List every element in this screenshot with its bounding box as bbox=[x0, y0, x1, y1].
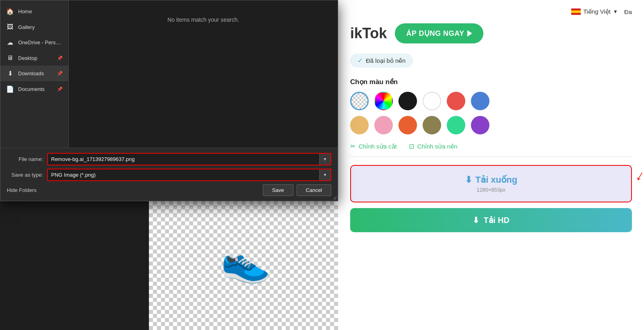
apply-now-button[interactable]: ÁP DỤNG NGAY bbox=[395, 23, 483, 43]
chevron-down-icon: ▼ bbox=[613, 9, 618, 14]
red-arrow-icon: ↓ bbox=[633, 166, 644, 184]
shoe-image: 👟 bbox=[221, 238, 271, 285]
sidebar-item-label: OneDrive - Pers… bbox=[18, 39, 61, 45]
download-hd-button[interactable]: ⬇ Tải HD bbox=[350, 208, 632, 232]
language-selector[interactable]: Tiếng Việt ▼ bbox=[571, 8, 618, 15]
color-row-2 bbox=[350, 116, 632, 134]
pin-icon-documents: 📌 bbox=[57, 87, 63, 92]
brand-area: ikTok ÁP DỤNG NGAY bbox=[350, 23, 632, 43]
download-icon: ⬇ bbox=[465, 175, 472, 185]
save-file-dialog: 🏠 Home 🖼 Gallery ☁ OneDrive - Pers… 🖥 De… bbox=[0, 0, 338, 201]
svg-line-1 bbox=[335, 198, 336, 200]
file-name-label: File name: bbox=[7, 156, 43, 162]
sidebar-item-label: Desktop bbox=[18, 55, 37, 61]
edit-buttons: ✂ Chỉnh sửa cắt ⊡ Chỉnh sửa nền bbox=[350, 142, 632, 157]
save-type-dropdown[interactable]: ▼ bbox=[319, 169, 330, 180]
sidebar-item-onedrive[interactable]: ☁ OneDrive - Pers… bbox=[0, 35, 68, 50]
no-items-message: No items match your search. bbox=[69, 0, 338, 148]
top-bar: Tiếng Việt ▼ Đa bbox=[350, 8, 632, 15]
download-button-title: ⬇ Tải xuống bbox=[360, 175, 622, 185]
save-type-row: Save as type: ▼ bbox=[7, 169, 331, 181]
bg-removed-badge: ✓ Đã loại bỏ nền bbox=[350, 54, 413, 68]
color-swatch-olive[interactable] bbox=[423, 116, 441, 134]
background-icon: ⊡ bbox=[409, 142, 414, 150]
documents-icon: 📄 bbox=[6, 85, 14, 93]
web-panel: Tiếng Việt ▼ Đa ikTok ÁP DỤNG NGAY ✓ Đã … bbox=[338, 0, 644, 330]
hide-folders-label[interactable]: Hide Folders bbox=[7, 187, 37, 193]
sidebar-item-home[interactable]: 🏠 Home bbox=[0, 4, 68, 19]
color-swatch-white[interactable] bbox=[423, 92, 441, 110]
sidebar-item-label: Gallery bbox=[18, 24, 35, 30]
sidebar-item-label: Home bbox=[18, 8, 32, 14]
edit-bg-button[interactable]: ⊡ Chỉnh sửa nền bbox=[409, 142, 458, 150]
save-type-label: Save as type: bbox=[7, 172, 43, 178]
dialog-actions: Hide Folders Save Cancel bbox=[7, 184, 331, 196]
download-hd-icon: ⬇ bbox=[473, 215, 479, 225]
play-icon bbox=[467, 30, 472, 37]
file-dialog-background: 👟 🏠 Home 🖼 Gallery ☁ OneDrive bbox=[0, 0, 338, 330]
pin-icon: 📌 bbox=[57, 56, 63, 61]
file-name-dropdown[interactable]: ▼ bbox=[319, 154, 330, 165]
save-type-input[interactable] bbox=[48, 169, 330, 180]
cancel-button[interactable]: Cancel bbox=[297, 184, 331, 196]
downloads-icon: ⬇ bbox=[6, 70, 14, 77]
tiktok-logo: ikTok bbox=[350, 25, 387, 42]
gallery-icon: 🖼 bbox=[6, 23, 14, 31]
shoe-preview-area: 👟 bbox=[149, 193, 342, 330]
edit-cut-button[interactable]: ✂ Chỉnh sửa cắt bbox=[350, 142, 397, 150]
color-swatch-rainbow[interactable] bbox=[374, 92, 393, 110]
color-swatch-red[interactable] bbox=[447, 92, 465, 110]
download-size: 1280×853px bbox=[360, 187, 622, 193]
da-label: Đa bbox=[624, 8, 632, 15]
color-section-title: Chọn màu nền bbox=[350, 78, 632, 86]
color-swatch-orange[interactable] bbox=[350, 116, 369, 134]
file-name-input-wrapper: ▼ bbox=[47, 153, 331, 165]
file-name-row: File name: ▼ bbox=[7, 153, 331, 165]
save-type-input-wrapper: ▼ bbox=[47, 169, 331, 181]
svg-line-0 bbox=[333, 196, 336, 200]
sidebar-item-downloads[interactable]: ⬇ Downloads 📌 bbox=[0, 66, 68, 81]
language-label: Tiếng Việt bbox=[583, 8, 611, 15]
file-name-input[interactable] bbox=[48, 154, 330, 165]
color-swatch-blue[interactable] bbox=[471, 92, 489, 110]
dialog-bottom-area: File name: ▼ Save as type: ▼ Hide Folder… bbox=[0, 148, 338, 201]
sidebar-item-label: Downloads bbox=[18, 70, 44, 76]
color-picker-section: Chọn màu nền bbox=[350, 78, 632, 134]
download-section: ⬇ Tải xuống 1280×853px ↓ ⬇ Tải HD bbox=[350, 165, 632, 232]
sidebar-item-gallery[interactable]: 🖼 Gallery bbox=[0, 19, 68, 35]
scissors-icon: ✂ bbox=[350, 142, 355, 150]
dialog-main-content: No items match your search. bbox=[69, 0, 338, 148]
color-swatch-transparent[interactable] bbox=[350, 92, 369, 110]
onedrive-icon: ☁ bbox=[6, 39, 14, 46]
pin-icon-downloads: 📌 bbox=[57, 71, 63, 76]
color-swatch-deeporange[interactable] bbox=[398, 116, 417, 134]
download-button[interactable]: ⬇ Tải xuống 1280×853px bbox=[350, 165, 632, 202]
color-swatch-green[interactable] bbox=[447, 116, 465, 134]
check-icon: ✓ bbox=[357, 57, 363, 64]
sidebar-item-label: Documents bbox=[18, 86, 45, 92]
sidebar-item-documents[interactable]: 📄 Documents 📌 bbox=[0, 81, 68, 97]
color-swatch-pink[interactable] bbox=[374, 116, 393, 134]
color-row-1 bbox=[350, 92, 632, 110]
desktop-icon: 🖥 bbox=[6, 54, 14, 62]
sidebar-item-desktop[interactable]: 🖥 Desktop 📌 bbox=[0, 50, 68, 66]
dialog-sidebar: 🏠 Home 🖼 Gallery ☁ OneDrive - Pers… 🖥 De… bbox=[0, 0, 69, 148]
vietnam-flag-icon bbox=[571, 8, 581, 15]
save-button[interactable]: Save bbox=[263, 184, 293, 196]
color-swatch-purple[interactable] bbox=[471, 116, 489, 134]
resize-handle[interactable] bbox=[331, 194, 338, 201]
home-icon: 🏠 bbox=[6, 8, 14, 15]
color-swatch-black[interactable] bbox=[398, 92, 417, 110]
